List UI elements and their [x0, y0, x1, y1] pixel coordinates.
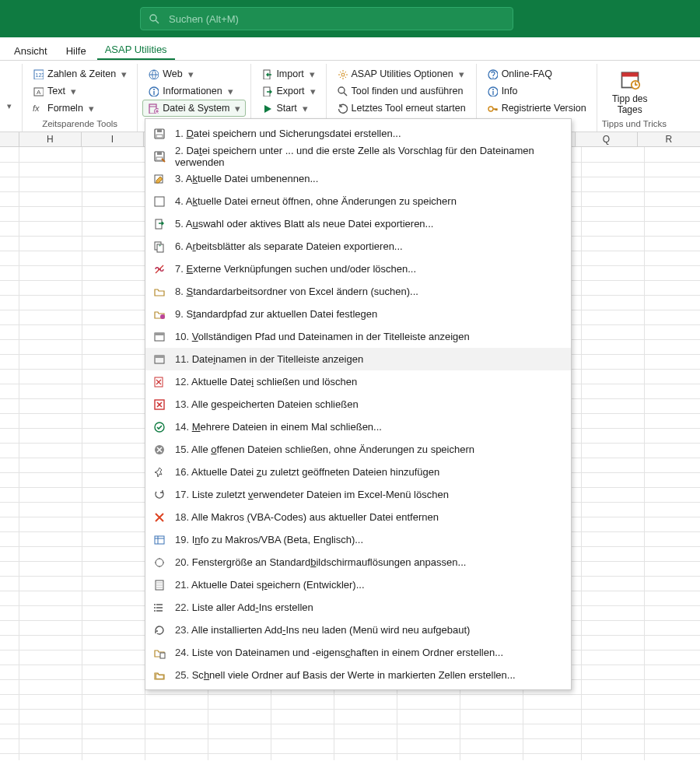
menu-item-3[interactable]: 3. Aktuelle Datei umbenennen...	[145, 167, 571, 190]
menu-item-18[interactable]: 18. Alle Makros (VBA-Codes) aus aktuelle…	[145, 506, 571, 528]
menu-item-19[interactable]: 19. Info zu Makros/VBA (Beta, Englisch).…	[145, 528, 571, 551]
label: Formeln	[47, 103, 83, 114]
btn-tipp-des-tages[interactable]: Tipp desTages	[602, 65, 658, 117]
menu-item-4[interactable]: 4. Aktuelle Datei erneut öffnen, ohne Än…	[145, 190, 571, 212]
menu-item-label: 21. Aktuelle Datei speichern (Entwickler…	[175, 579, 565, 591]
label: Tool finden und ausführen	[352, 86, 464, 96]
menu-item-label: 10. Vollständigen Pfad und Dateinamen in…	[175, 331, 565, 342]
btn-web[interactable]: Web▾	[142, 65, 246, 82]
btn-zahlen-zeiten[interactable]: Zahlen & Zeiten▾	[27, 65, 132, 82]
btn-datei-system[interactable]: Datei & System▾	[142, 100, 246, 117]
close-delete-icon	[153, 376, 166, 388]
menu-item-2[interactable]: 2. Datei speichern unter ... und die ers…	[145, 145, 571, 167]
gear-icon	[337, 68, 348, 79]
btn-informationen[interactable]: Informationen▾	[142, 82, 246, 100]
rename-icon	[153, 173, 166, 185]
menu-item-9[interactable]: 9. Standardpfad zur aktuellen Datei fest…	[145, 303, 571, 325]
btn-registrierte-version[interactable]: Registrierte Version	[481, 100, 592, 117]
resize-icon	[153, 556, 166, 569]
close-red-icon	[153, 398, 166, 411]
menu-item-10[interactable]: 10. Vollständigen Pfad und Dateinamen in…	[145, 325, 571, 348]
title-bar	[0, 0, 700, 37]
chevron-down-icon: ▾	[303, 103, 308, 114]
label: Web	[163, 68, 182, 79]
label: Registrierte Version	[502, 103, 586, 114]
key-icon	[487, 103, 498, 114]
file-system-icon	[148, 103, 159, 114]
col-header-edge[interactable]	[0, 132, 19, 146]
close-gray-icon	[153, 444, 166, 456]
menu-item-label: 23. Alle installierten Add-Ins neu laden…	[175, 624, 565, 636]
menu-item-label: 5. Auswahl oder aktives Blatt als neue D…	[175, 218, 565, 230]
btn-import[interactable]: Import▾	[256, 65, 320, 82]
menu-item-20[interactable]: 20. Fenstergröße an Standardbildschirmau…	[145, 551, 571, 573]
search-box[interactable]	[140, 7, 513, 30]
menu-item-5[interactable]: 5. Auswahl oder aktives Blatt als neue D…	[145, 212, 571, 235]
datei-system-menu: 1. Datei speichern und Sicherungsdatei e…	[145, 118, 572, 690]
search-icon	[149, 13, 159, 24]
menu-item-12[interactable]: 12. Aktuelle Datei schließen und löschen	[145, 370, 571, 393]
menu-item-23[interactable]: 23. Alle installierten Add-Ins neu laden…	[145, 619, 571, 641]
col-header-q[interactable]: Q	[576, 132, 638, 146]
folder-set-icon	[153, 308, 166, 321]
label: ASAP Utilities Optionen	[352, 68, 453, 79]
ribbon-prev-dropdown[interactable]: ▾	[7, 101, 12, 111]
x-red-icon	[153, 511, 166, 524]
btn-start[interactable]: Start▾	[256, 100, 320, 117]
label: Import	[276, 68, 303, 79]
search-input[interactable]	[167, 12, 505, 26]
btn-formeln[interactable]: Formeln▾	[27, 100, 132, 117]
menu-item-21[interactable]: 21. Aktuelle Datei speichern (Entwickler…	[145, 573, 571, 596]
col-header-r[interactable]: R	[638, 132, 700, 146]
col-header-i[interactable]: I	[82, 132, 144, 146]
table-info-icon	[153, 534, 166, 546]
menu-item-label: 8. Standardarbeitsordner von Excel änder…	[175, 286, 565, 297]
export-multi-icon	[153, 240, 166, 253]
chevron-down-icon: ▾	[310, 68, 315, 80]
btn-asap-optionen[interactable]: ASAP Utilities Optionen▾	[331, 65, 471, 82]
col-header-h[interactable]: H	[19, 132, 82, 146]
btn-letztes-tool[interactable]: Letztes Tool erneut starten	[331, 100, 471, 117]
menu-item-label: 3. Aktuelle Datei umbenennen...	[175, 173, 565, 184]
menu-item-15[interactable]: 15. Alle offenen Dateien schließen, ohne…	[145, 438, 571, 461]
menu-item-17[interactable]: 17. Liste zuletzt verwendeter Dateien im…	[145, 483, 571, 506]
info-icon	[148, 86, 159, 96]
menu-item-label: 7. Externe Verknüpfungen suchen und/oder…	[175, 263, 565, 275]
titlebar-icon	[153, 331, 166, 343]
fx-icon	[33, 103, 44, 114]
label: Informationen	[163, 86, 222, 96]
menu-item-label: 2. Datei speichern unter ... und die ers…	[175, 145, 565, 168]
label: Online-FAQ	[502, 68, 552, 79]
titlebar-icon	[153, 353, 166, 366]
ribbon-tabs: Ansicht Hilfe ASAP Utilities	[0, 37, 700, 61]
btn-info[interactable]: Info	[481, 82, 592, 100]
menu-item-7[interactable]: 7. Externe Verknüpfungen suchen und/oder…	[145, 258, 571, 280]
menu-item-8[interactable]: 8. Standardarbeitsordner von Excel änder…	[145, 280, 571, 303]
btn-online-faq[interactable]: Online-FAQ	[481, 65, 592, 82]
tab-hilfe[interactable]: Hilfe	[58, 40, 94, 60]
menu-item-11[interactable]: 11. Dateinamen in der Titelleiste anzeig…	[145, 348, 571, 370]
menu-item-25[interactable]: 25. Schnell viele Ordner auf Basis der W…	[145, 664, 571, 686]
menu-item-14[interactable]: 14. Mehrere Dateien in einem Mal schließ…	[145, 416, 571, 438]
save-icon	[153, 128, 166, 140]
btn-text[interactable]: Text▾	[27, 82, 132, 100]
sheet-icon	[153, 579, 166, 591]
recycle-icon	[153, 489, 166, 501]
menu-item-22[interactable]: 22. Liste aller Add-Ins erstellen	[145, 596, 571, 619]
menu-item-24[interactable]: 24. Liste von Dateinamen und -eigenschaf…	[145, 641, 571, 664]
menu-item-16[interactable]: 16. Aktuelle Datei zu zuletzt geöffneten…	[145, 461, 571, 483]
menu-item-13[interactable]: 13. Alle gespeicherten Dateien schließen	[145, 393, 571, 416]
tab-ansicht[interactable]: Ansicht	[6, 40, 55, 60]
btn-tool-finden[interactable]: Tool finden und ausführen	[331, 82, 471, 100]
menu-item-1[interactable]: 1. Datei speichern und Sicherungsdatei e…	[145, 122, 571, 145]
search-icon	[337, 86, 348, 96]
btn-export[interactable]: Export▾	[256, 82, 320, 100]
menu-item-6[interactable]: 6. Arbeitsblätter als separate Dateien e…	[145, 235, 571, 258]
numbers-icon	[33, 68, 44, 79]
menu-item-label: 6. Arbeitsblätter als separate Dateien e…	[175, 240, 565, 252]
break-link-icon	[153, 263, 166, 275]
tab-asap-utilities[interactable]: ASAP Utilities	[97, 39, 175, 60]
group-label-tipps: Tipps und Tricks	[602, 117, 667, 132]
label: Zahlen & Zeiten	[47, 68, 116, 79]
export-sheet-icon	[153, 218, 166, 230]
